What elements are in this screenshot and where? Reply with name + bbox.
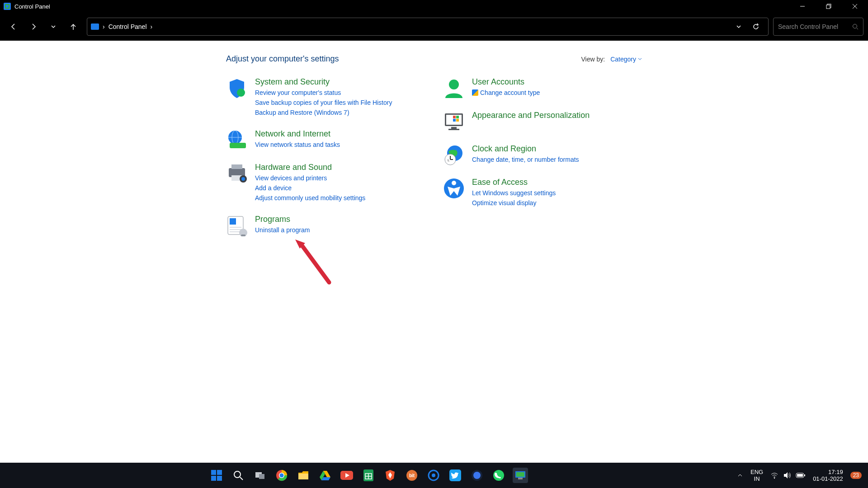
category-title[interactable]: User Accounts — [472, 77, 540, 87]
category-title[interactable]: Appearance and Personalization — [472, 111, 590, 120]
left-column: System and Security Review your computer… — [226, 77, 425, 236]
printer-icon — [226, 163, 248, 184]
svg-point-8 — [853, 24, 857, 28]
category-title[interactable]: Hardware and Sound — [255, 163, 365, 172]
recent-button[interactable] — [44, 18, 62, 36]
chrome-icon[interactable] — [274, 468, 289, 483]
page-title: Adjust your computer's settings — [226, 54, 339, 64]
window-title: Control Panel — [14, 3, 50, 10]
category-title[interactable]: Programs — [255, 215, 310, 224]
bitly-icon[interactable]: bit — [404, 468, 420, 483]
control-panel-taskbar-icon[interactable] — [513, 468, 528, 483]
clock-date: 01-01-2022 — [813, 475, 843, 482]
volume-icon[interactable] — [783, 471, 791, 479]
start-button[interactable] — [209, 468, 224, 483]
twitter-icon[interactable] — [448, 468, 463, 483]
category-link[interactable]: Adjust commonly used mobility settings — [255, 193, 365, 203]
category-link[interactable]: Review your computer's status — [255, 88, 392, 98]
system-tray: ENG IN 17:19 01-01-2022 23 — [737, 469, 868, 482]
category-link[interactable]: View network status and tasks — [255, 140, 340, 150]
navbar: › Control Panel › Search Control Panel — [0, 13, 868, 41]
viewby-dropdown[interactable]: Category — [610, 56, 642, 63]
shield-icon — [226, 77, 248, 99]
address-bar[interactable]: › Control Panel › — [87, 18, 769, 36]
google-drive-icon[interactable] — [317, 468, 333, 483]
tray-expand-icon[interactable] — [737, 472, 743, 479]
app-icon-blue-c[interactable] — [426, 468, 441, 483]
content-area: Adjust your computer's settings View by:… — [0, 41, 868, 236]
svg-line-9 — [857, 28, 858, 29]
notification-badge[interactable]: 23 — [850, 472, 862, 479]
category-user-accounts: User Accounts Change account type — [443, 77, 642, 99]
svg-rect-1 — [6, 5, 9, 8]
wifi-icon[interactable] — [770, 471, 778, 479]
svg-point-55 — [279, 474, 283, 478]
category-programs: Programs Uninstall a program — [226, 215, 425, 236]
window-controls — [789, 0, 868, 13]
category-link[interactable]: View devices and printers — [255, 173, 365, 183]
svg-point-69 — [432, 474, 435, 477]
whatsapp-icon[interactable] — [491, 468, 506, 483]
svg-line-50 — [240, 477, 243, 480]
annotation-arrow — [295, 239, 336, 289]
maximize-button[interactable] — [816, 0, 842, 13]
svg-point-19 — [241, 177, 245, 181]
category-title[interactable]: Clock and Region — [472, 144, 579, 154]
category-link[interactable]: Optimize visual display — [472, 198, 556, 208]
youtube-icon[interactable] — [339, 468, 354, 483]
category-system-security: System and Security Review your computer… — [226, 77, 425, 117]
svg-rect-75 — [516, 472, 524, 477]
svg-rect-32 — [453, 116, 456, 118]
svg-rect-31 — [448, 129, 459, 130]
breadcrumb-separator: › — [151, 23, 153, 30]
category-link[interactable]: Backup and Restore (Windows 7) — [255, 108, 392, 117]
svg-rect-76 — [518, 478, 523, 479]
search-icon — [852, 23, 859, 30]
battery-icon[interactable] — [796, 472, 806, 479]
category-link[interactable]: Let Windows suggest settings — [472, 188, 556, 198]
minimize-button[interactable] — [789, 0, 816, 13]
signal-icon[interactable] — [469, 468, 485, 483]
language-indicator[interactable]: ENG IN — [750, 469, 763, 482]
category-title[interactable]: Ease of Access — [472, 178, 556, 187]
forward-button[interactable] — [24, 18, 42, 36]
svg-marker-43 — [295, 239, 305, 249]
taskview-button[interactable] — [252, 468, 268, 483]
svg-point-10 — [237, 89, 245, 97]
control-panel-icon — [91, 23, 99, 30]
category-link[interactable]: Uninstall a program — [255, 225, 310, 235]
file-explorer-icon[interactable] — [296, 468, 311, 483]
up-button[interactable] — [64, 18, 82, 36]
back-button[interactable] — [5, 18, 23, 36]
search-box[interactable]: Search Control Panel — [773, 18, 863, 36]
category-title[interactable]: Network and Internet — [255, 129, 340, 139]
brave-icon[interactable] — [382, 468, 398, 483]
category-appearance: Appearance and Personalization — [443, 111, 642, 132]
category-title[interactable]: System and Security — [255, 77, 392, 87]
svg-line-44 — [302, 245, 329, 282]
svg-rect-16 — [231, 164, 242, 169]
monitor-icon — [443, 111, 465, 132]
close-button[interactable] — [842, 0, 868, 13]
breadcrumb-root[interactable]: Control Panel — [108, 23, 147, 30]
search-button[interactable] — [231, 468, 246, 483]
address-dropdown-button[interactable] — [730, 18, 747, 36]
viewby-value: Category — [610, 56, 636, 63]
refresh-button[interactable] — [747, 18, 764, 36]
sheets-icon[interactable] — [361, 468, 376, 483]
svg-rect-48 — [217, 476, 222, 481]
app-icon — [4, 3, 11, 10]
category-link[interactable]: Change date, time, or number formats — [472, 155, 579, 164]
globe-icon — [226, 129, 248, 151]
clock-widget[interactable]: 17:19 01-01-2022 — [813, 469, 843, 482]
svg-rect-56 — [298, 474, 308, 479]
svg-point-49 — [234, 471, 241, 478]
category-link[interactable]: Add a device — [255, 183, 365, 193]
lang-secondary: IN — [750, 475, 763, 482]
category-hardware-sound: Hardware and Sound View devices and prin… — [226, 163, 425, 203]
svg-point-27 — [449, 80, 459, 89]
category-link[interactable]: Save backup copies of your files with Fi… — [255, 98, 392, 108]
svg-rect-14 — [230, 143, 246, 148]
category-link[interactable]: Change account type — [472, 88, 540, 98]
svg-rect-47 — [211, 476, 216, 481]
